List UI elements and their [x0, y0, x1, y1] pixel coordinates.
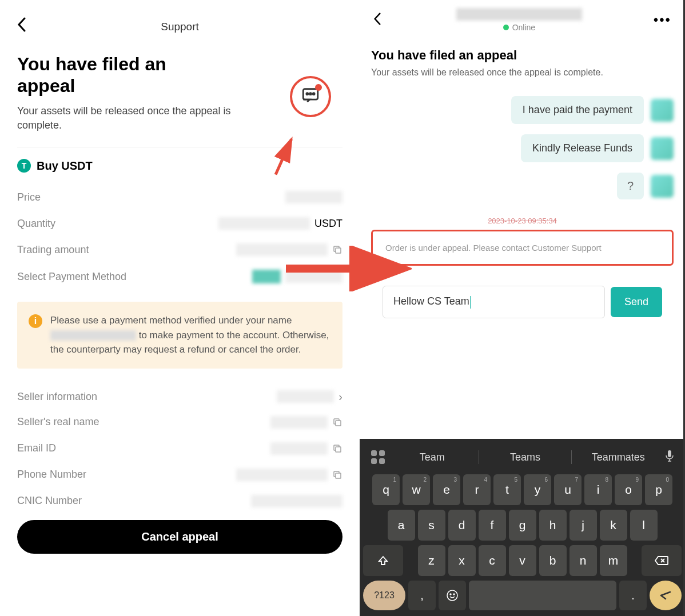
chat-icon[interactable] — [301, 86, 320, 107]
key-d[interactable]: d — [448, 510, 476, 541]
quantity-label: Quantity — [17, 218, 55, 230]
appeal-subtitle: Your assets will be released once the ap… — [17, 104, 246, 133]
avatar-redacted — [651, 137, 674, 160]
numeric-key[interactable]: ?123 — [363, 581, 405, 610]
message-bubble: I have paid the payment — [511, 96, 644, 124]
emoji-key[interactable] — [439, 581, 466, 610]
keyboard-suggestion[interactable]: Team — [391, 451, 474, 463]
svg-point-2 — [310, 93, 312, 95]
key-f[interactable]: f — [479, 510, 506, 541]
chevron-right-icon: › — [338, 390, 342, 403]
message-bubble: ? — [617, 173, 644, 199]
chat-icon-highlight-circle — [290, 76, 331, 117]
seller-info-redacted — [277, 390, 334, 403]
seller-name-redacted — [270, 416, 328, 429]
seller-info-label: Seller information — [17, 391, 97, 403]
payment-method-label: Select Payment Method — [17, 271, 126, 283]
payment-notice: i Please use a payment method verified u… — [17, 302, 342, 369]
key-t[interactable]: t5 — [493, 474, 521, 505]
svg-point-3 — [313, 93, 314, 95]
cnic-redacted — [251, 495, 342, 507]
key-a[interactable]: a — [388, 510, 415, 541]
system-message-text: Order is under appeal. Please contact Cu… — [385, 242, 659, 254]
annotation-arrow-small — [256, 130, 314, 184]
shift-key[interactable] — [363, 545, 403, 576]
copy-icon[interactable] — [332, 417, 342, 427]
notice-text: Please use a payment method verified und… — [50, 313, 331, 357]
cnic-label: CNIC Number — [17, 495, 82, 507]
key-r[interactable]: r4 — [463, 474, 491, 505]
price-value-redacted — [285, 191, 342, 203]
comma-key[interactable]: , — [408, 581, 436, 610]
price-label: Price — [17, 191, 41, 203]
message-input[interactable]: Hellow CS Team — [383, 286, 605, 318]
svg-rect-12 — [668, 450, 671, 457]
space-key[interactable] — [469, 581, 616, 610]
copy-icon[interactable] — [332, 470, 342, 480]
key-n[interactable]: n — [569, 545, 597, 576]
key-p[interactable]: p0 — [645, 474, 672, 505]
phone-label: Phone Number — [17, 469, 86, 481]
cancel-appeal-button[interactable]: Cancel appeal — [17, 520, 342, 554]
chat-back-button[interactable] — [373, 11, 385, 29]
email-redacted — [270, 442, 328, 455]
key-w[interactable]: w2 — [403, 474, 430, 505]
key-v[interactable]: v — [509, 545, 536, 576]
svg-rect-7 — [336, 421, 341, 426]
mic-icon[interactable] — [664, 450, 675, 465]
key-y[interactable]: y6 — [524, 474, 551, 505]
send-button[interactable]: Send — [611, 287, 662, 317]
more-options-button[interactable]: ••• — [654, 12, 671, 28]
seller-real-name-label: Seller's real name — [17, 416, 99, 428]
message-bubble: Kindly Release Funds — [521, 134, 644, 162]
back-button[interactable] — [17, 17, 29, 36]
keyboard-grid-icon[interactable] — [370, 449, 386, 465]
period-key[interactable]: . — [619, 581, 647, 610]
header-title-support[interactable]: Support — [161, 21, 199, 33]
avatar-redacted — [651, 175, 674, 198]
key-h[interactable]: h — [539, 510, 567, 541]
info-icon: i — [29, 314, 42, 328]
key-b[interactable]: b — [539, 545, 567, 576]
virtual-keyboard: Team Teams Teammates q1w2e3r4t5y6u7i8o9p… — [360, 439, 685, 616]
phone-redacted — [236, 469, 328, 481]
online-status: Online — [385, 23, 654, 32]
seller-info-link[interactable]: › — [277, 390, 342, 403]
svg-rect-8 — [336, 447, 341, 452]
token-label: Buy USDT — [37, 159, 93, 173]
key-i[interactable]: i8 — [584, 474, 612, 505]
keyboard-suggestion[interactable]: Teams — [484, 451, 567, 463]
enter-key[interactable] — [650, 581, 682, 610]
chat-appeal-subtitle: Your assets will be released once the ap… — [371, 66, 674, 79]
key-e[interactable]: e3 — [433, 474, 460, 505]
key-z[interactable]: z — [418, 545, 445, 576]
token-badge: T — [17, 159, 31, 173]
key-k[interactable]: k — [600, 510, 627, 541]
svg-point-15 — [453, 594, 455, 595]
keyboard-suggestion[interactable]: Teammates — [576, 451, 660, 463]
chat-appeal-title: You have filed an appeal — [371, 48, 674, 63]
backspace-key[interactable] — [642, 545, 682, 576]
svg-point-14 — [450, 594, 451, 595]
key-u[interactable]: u7 — [554, 474, 582, 505]
key-o[interactable]: o9 — [615, 474, 642, 505]
copy-icon[interactable] — [332, 443, 342, 454]
key-x[interactable]: x — [448, 545, 476, 576]
key-l[interactable]: l — [630, 510, 658, 541]
quantity-value-redacted — [218, 217, 310, 230]
divider — [571, 450, 572, 464]
key-c[interactable]: c — [479, 545, 506, 576]
key-g[interactable]: g — [509, 510, 536, 541]
system-message-highlight: Order is under appeal. Please contact Cu… — [371, 230, 674, 266]
annotation-arrow-large — [280, 246, 412, 294]
svg-point-1 — [306, 93, 308, 95]
system-timestamp: 2023-10-23 09:35:34 — [371, 217, 674, 225]
quantity-unit: USDT — [314, 218, 342, 230]
key-m[interactable]: m — [600, 545, 627, 576]
avatar-redacted — [651, 99, 674, 122]
key-q[interactable]: q1 — [372, 474, 400, 505]
key-j[interactable]: j — [569, 510, 597, 541]
key-s[interactable]: s — [418, 510, 445, 541]
email-label: Email ID — [17, 442, 56, 454]
svg-line-5 — [264, 139, 303, 174]
